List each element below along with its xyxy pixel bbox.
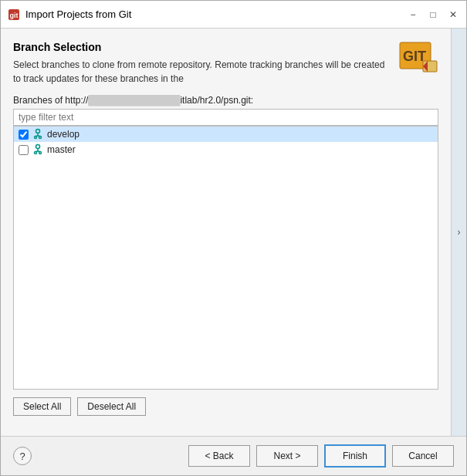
header-text-col: Branch Selection Select branches to clon… — [13, 41, 438, 95]
svg-text:git: git — [10, 12, 19, 19]
select-all-button[interactable]: Select All — [13, 397, 71, 416]
branch-list: develop — [13, 126, 438, 390]
window-title: Import Projects from Git — [25, 8, 131, 20]
branch-label-develop: develop — [47, 129, 80, 140]
branch-item-master[interactable]: master — [14, 142, 438, 157]
maximize-button[interactable]: □ — [426, 8, 440, 22]
svg-line-10 — [36, 136, 38, 137]
svg-line-16 — [36, 151, 38, 152]
branch-item-develop[interactable]: develop — [14, 127, 438, 142]
svg-point-12 — [36, 145, 40, 149]
git-logo-container: GIT — [398, 41, 438, 83]
git-logo: GIT — [398, 41, 438, 81]
git-title-icon: git — [7, 8, 21, 22]
deselect-all-button[interactable]: Deselect All — [77, 397, 146, 416]
filter-and-list: develop — [13, 109, 438, 424]
branches-url-label: Branches of http://██████████████itlab/h… — [13, 95, 438, 106]
branch-label-master: master — [47, 144, 76, 155]
branch-icon-develop — [32, 128, 44, 140]
filter-input[interactable] — [13, 109, 438, 126]
section-title: Branch Selection — [13, 41, 392, 53]
svg-point-6 — [36, 130, 40, 133]
next-button[interactable]: Next > — [256, 445, 318, 467]
select-deselect-row: Select All Deselect All — [13, 397, 438, 416]
main-panel: Branch Selection Select branches to clon… — [1, 29, 451, 436]
side-strip[interactable]: › — [451, 29, 466, 436]
branch-checkbox-master[interactable] — [19, 145, 29, 155]
close-button[interactable]: ✕ — [446, 8, 460, 22]
section-description: Select branches to clone from remote rep… — [13, 58, 392, 86]
header-top-row: Branch Selection Select branches to clon… — [13, 41, 438, 95]
branch-icon-master — [32, 143, 44, 156]
finish-button[interactable]: Finish — [324, 444, 386, 468]
title-bar: git Import Projects from Git − □ ✕ — [1, 1, 466, 29]
header-area: Branch Selection Select branches to clon… — [13, 41, 438, 95]
branch-checkbox-develop[interactable] — [19, 130, 29, 140]
side-strip-arrow: › — [458, 227, 461, 238]
back-button[interactable]: < Back — [188, 445, 250, 467]
cancel-button[interactable]: Cancel — [392, 445, 454, 467]
bottom-bar: ? < Back Next > Finish Cancel — [1, 436, 466, 475]
title-bar-left: git Import Projects from Git — [7, 8, 131, 22]
help-button[interactable]: ? — [13, 447, 32, 465]
svg-line-17 — [38, 151, 40, 152]
minimize-button[interactable]: − — [406, 8, 420, 22]
svg-line-11 — [38, 136, 40, 137]
import-git-window: git Import Projects from Git − □ ✕ Branc… — [0, 0, 467, 476]
title-controls: − □ ✕ — [406, 8, 460, 22]
content-area: Branch Selection Select branches to clon… — [1, 29, 466, 436]
